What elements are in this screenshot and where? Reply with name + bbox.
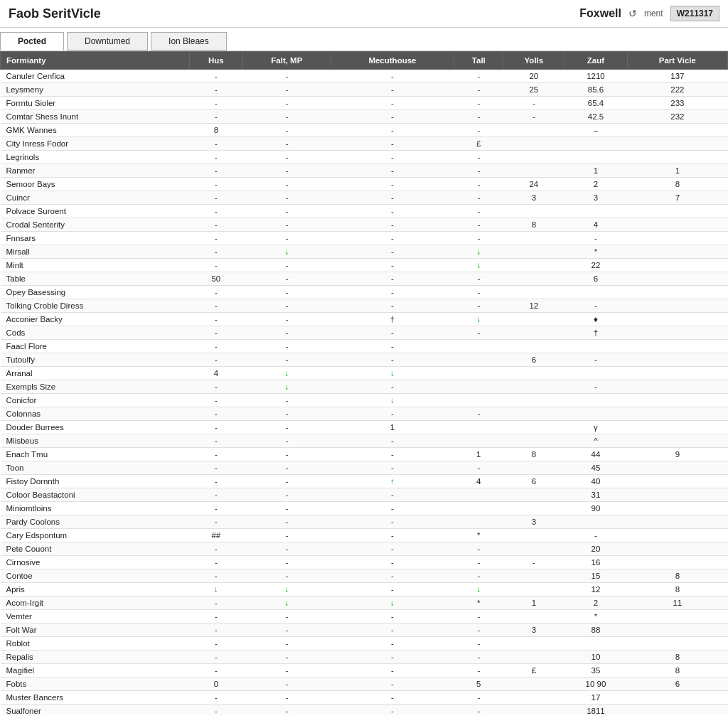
table-cell: 1	[627, 164, 727, 178]
table-cell: 6	[564, 272, 627, 286]
table-cell	[503, 705, 564, 716]
table-row: Sualfoner----1811	[1, 705, 728, 716]
tab-pocted[interactable]: Pocted	[0, 32, 64, 50]
table-cell: Pardy Coolons	[1, 515, 190, 529]
table-cell: 8	[503, 218, 564, 232]
table-cell: -	[454, 326, 503, 340]
table-cell: ↑	[331, 475, 454, 488]
table-cell: -	[454, 218, 503, 232]
table-cell	[564, 394, 627, 407]
table-cell: -	[564, 299, 627, 313]
table-cell	[503, 313, 564, 326]
table-cell	[503, 245, 564, 259]
table-cell: -	[331, 610, 454, 623]
table-cell: -	[331, 70, 454, 83]
table-cell: -	[189, 461, 242, 475]
table-row: Faacl Flore---	[1, 340, 728, 353]
table-cell: -	[331, 272, 454, 286]
table-row: Pardy Coolons---3	[1, 515, 728, 529]
table-cell: Opey Basessing	[1, 286, 190, 299]
table-cell: -	[242, 421, 331, 434]
table-cell	[627, 218, 727, 232]
badge-id: W211317	[670, 6, 719, 21]
table-cell	[503, 340, 564, 353]
table-cell	[564, 137, 627, 151]
table-cell: -	[189, 137, 242, 151]
table-cell	[503, 637, 564, 651]
table-cell	[503, 124, 564, 137]
table-cell: -	[242, 272, 331, 286]
table-cell	[454, 421, 503, 434]
table-row: Legrinols----	[1, 151, 728, 164]
table-row: Apris↓↓-↓128	[1, 583, 728, 596]
table-cell	[454, 367, 503, 380]
table-cell: Canuler Cenfica	[1, 70, 190, 83]
table-cell: Cirnosive	[1, 556, 190, 569]
table-cell	[627, 475, 727, 488]
table-cell: -	[189, 705, 242, 716]
table-cell: Fnnsars	[1, 232, 190, 245]
table-cell: 5	[454, 678, 503, 691]
table-cell	[454, 353, 503, 367]
table-cell: -	[189, 542, 242, 556]
table-cell	[503, 542, 564, 556]
table-cell	[627, 367, 727, 380]
tab-downtumed[interactable]: Downtumed	[67, 32, 148, 50]
table-cell: -	[454, 232, 503, 245]
table-cell	[454, 502, 503, 515]
tab-bar: Pocted Downtumed Ion Bleaes	[0, 28, 728, 51]
table-cell: 2	[564, 596, 627, 610]
table-cell	[627, 421, 727, 434]
table-cell: -	[189, 218, 242, 232]
table-header-row: Formianty Hus Falt, MP Mecuthouse Tall Y…	[1, 52, 728, 70]
table-cell: -	[331, 461, 454, 475]
table-cell: £	[503, 664, 564, 678]
table-cell	[454, 488, 503, 502]
table-cell: -	[242, 448, 331, 461]
table-cell: 232	[627, 110, 727, 124]
table-row: Canuler Cenfica----201210137	[1, 70, 728, 83]
table-cell: 11	[627, 596, 727, 610]
table-row: Table50---6	[1, 272, 728, 286]
table-row: Ranmer----11	[1, 164, 728, 178]
table-cell: 65.4	[564, 97, 627, 110]
table-cell: -	[564, 529, 627, 542]
tab-ion-bleaes[interactable]: Ion Bleaes	[151, 32, 227, 50]
table-cell: Conicfor	[1, 394, 190, 407]
page-title: Faob SeritVicle	[9, 6, 101, 21]
table-cell: -	[189, 83, 242, 97]
table-cell: £	[454, 137, 503, 151]
table-cell: -	[331, 353, 454, 367]
table-cell: 35	[564, 664, 627, 678]
table-cell: 42.5	[564, 110, 627, 124]
table-cell: -	[564, 353, 627, 367]
table-cell	[564, 205, 627, 218]
table-cell: -	[242, 529, 331, 542]
table-cell: 44	[564, 448, 627, 461]
table-cell	[564, 367, 627, 380]
table-row: Forrntu Sioler-----65.4233	[1, 97, 728, 110]
table-cell: -	[189, 651, 242, 664]
table-cell: *	[564, 610, 627, 623]
table-cell	[627, 461, 727, 475]
table-row: Repalis----108	[1, 651, 728, 664]
table-row: Colonnas----	[1, 407, 728, 421]
table-cell: 90	[564, 502, 627, 515]
refresh-icon[interactable]: ↺	[628, 8, 637, 19]
table-cell: -	[242, 232, 331, 245]
table-cell: 0	[189, 678, 242, 691]
table-cell	[627, 637, 727, 651]
table-row: Muster Bancers----17	[1, 691, 728, 705]
table-cell	[503, 367, 564, 380]
table-cell: Miniomtloins	[1, 502, 190, 515]
table-cell: -	[331, 340, 454, 353]
table-cell	[627, 326, 727, 340]
table-cell: -	[242, 461, 331, 475]
table-cell: -	[454, 97, 503, 110]
table-cell: -	[242, 515, 331, 529]
table-cell: -	[189, 286, 242, 299]
table-cell: -	[454, 407, 503, 421]
table-cell: -	[242, 488, 331, 502]
table-cell: -	[454, 623, 503, 637]
table-row: Polvace Suroent----	[1, 205, 728, 218]
